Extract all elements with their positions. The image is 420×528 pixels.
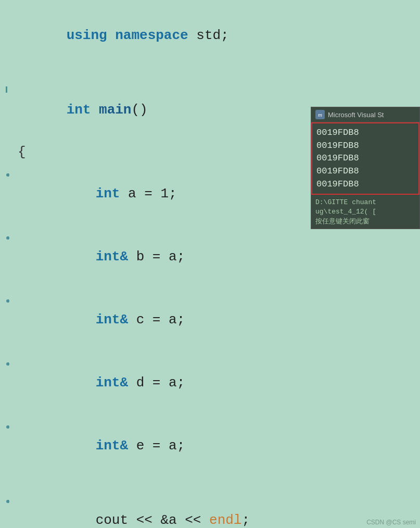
popup-address-3: 0019FDB8 [316,152,414,165]
gutter-7 [0,299,16,303]
keyword-int-main: int [67,102,91,118]
code-line-6: int& b = a; [0,225,420,288]
popup-footer-line1: D:\GITTE chuant [315,198,415,207]
popup-footer-line3: 按任意键关闭此窗 [315,217,415,227]
popup-app-icon: m [315,110,325,119]
keyword-using: using [67,28,107,43]
dot-8 [6,362,9,366]
code-content-1: using namespace std; [16,4,420,67]
popup-address-2: 0019FDB8 [316,140,414,153]
function-name-main: main [99,102,131,118]
gutter-11 [0,500,16,503]
gutter-8 [0,362,16,366]
popup-address-1: 0019FDB8 [316,127,414,140]
code-line-8: int& d = a; [0,351,420,414]
dot-7 [6,299,9,303]
popup-body: 0019FDB8 0019FDB8 0019FDB8 0019FDB8 0019… [311,122,419,195]
code-content-8: int& d = a; [16,351,420,414]
dot-5 [6,173,9,177]
code-content-6: int& b = a; [16,225,420,288]
gutter-3 [0,86,16,93]
popup-address-5: 0019FDB8 [316,178,414,191]
gutter-5 [0,173,16,177]
code-line-10 [0,477,420,489]
dot-6 [6,236,9,240]
keyword-namespace: namespace [115,28,188,43]
code-editor: using namespace std; int main() { int a … [0,0,420,528]
popup-window: m Microsoft Visual St 0019FDB8 0019FDB8 … [311,107,420,229]
popup-title: Microsoft Visual St [328,111,384,119]
code-line-2 [0,67,420,79]
popup-titlebar: m Microsoft Visual St [311,107,419,122]
code-content-7: int& c = a; [16,288,420,351]
dot-11 [6,500,9,503]
popup-footer-line2: ug\test_4_12( [ [315,207,415,217]
popup-address-4: 0019FDB8 [316,165,414,178]
bracket-marker [6,86,10,93]
code-line-11: cout << &a << endl; [0,489,420,528]
gutter-9 [0,425,16,429]
dot-9 [6,425,9,429]
watermark: CSDN @CS semi [366,519,416,526]
code-line-7: int& c = a; [0,288,420,351]
code-content-11: cout << &a << endl; [16,489,420,528]
popup-footer: D:\GITTE chuant ug\test_4_12( [ 按任意键关闭此窗 [311,195,419,229]
code-line-9: int& e = a; [0,414,420,477]
code-line-1: using namespace std; [0,4,420,67]
code-content-9: int& e = a; [16,414,420,477]
gutter-6 [0,236,16,240]
